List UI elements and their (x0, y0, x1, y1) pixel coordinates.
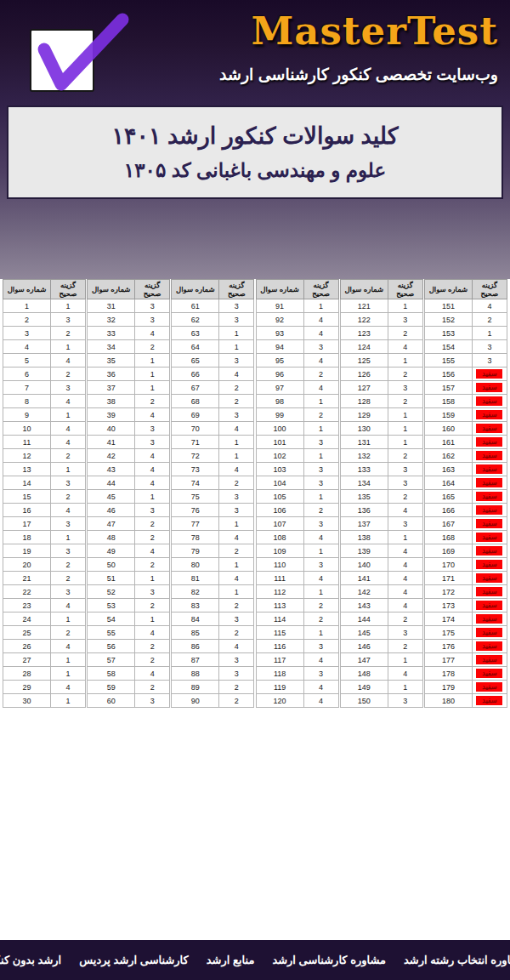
table-row: 623 (172, 313, 254, 327)
question-number-cell: 16 (3, 504, 51, 517)
answer-cell: 4 (303, 681, 338, 694)
question-number-cell: 23 (3, 599, 51, 612)
footer-link[interactable]: مشاوره کارشناسی ارشد (272, 954, 386, 966)
question-number-cell: 74 (172, 476, 219, 490)
answer-cell: سفید (472, 572, 507, 585)
table-row: 178سفید (424, 667, 507, 681)
question-number-cell: 143 (340, 599, 388, 612)
table-row: 1301 (340, 422, 422, 436)
question-number-cell: 7 (3, 381, 51, 395)
table-row: 1194 (256, 681, 338, 694)
table-row: 1163 (256, 640, 338, 653)
answer-cell: 3 (303, 517, 338, 531)
page-title-box: کلید سوالات کنکور ارشد ۱۴۰۱ علوم و مهندس… (7, 105, 503, 199)
answer-cell: 2 (219, 626, 254, 640)
question-number-cell: 136 (340, 504, 388, 517)
table-row: 1103 (256, 558, 338, 572)
table-row: 753 (172, 490, 254, 504)
table-row: 122 (3, 449, 86, 463)
answer-cell: 4 (51, 599, 86, 612)
answer-cell: 4 (219, 640, 254, 653)
question-number-cell: 89 (172, 681, 219, 694)
table-row: 1142 (256, 612, 338, 626)
question-number-cell: 106 (256, 504, 303, 517)
table-row: 223 (3, 585, 86, 599)
table-row: 523 (88, 585, 170, 599)
question-number-cell: 86 (172, 640, 219, 653)
question-number-cell: 152 (424, 313, 472, 327)
table-row: 592 (88, 681, 170, 694)
table-row: 143 (3, 476, 86, 490)
question-number-cell: 48 (88, 531, 135, 544)
footer-link[interactable]: منابع ارشد (207, 954, 255, 966)
table-row: 1273 (340, 381, 422, 395)
question-number-cell: 15 (3, 490, 51, 504)
question-number-cell: 79 (172, 544, 219, 558)
table-row: 532 (88, 599, 170, 612)
question-number-cell: 132 (340, 449, 388, 463)
table-row: 821 (172, 585, 254, 599)
question-number-cell: 31 (88, 299, 135, 313)
correct-option-header: گزینه صحیح (219, 280, 254, 299)
correct-option-header: گزینه صحیح (472, 280, 507, 299)
table-row: 424 (88, 449, 170, 463)
question-number-cell: 70 (172, 422, 219, 436)
question-number-cell: 138 (340, 531, 388, 544)
question-number-cell: 162 (424, 449, 472, 463)
answer-cell: سفید (472, 381, 507, 395)
question-number-cell: 99 (256, 408, 303, 422)
table-row: 413 (88, 436, 170, 449)
question-number-cell: 114 (256, 612, 303, 626)
footer-link[interactable]: مشاوره انتخاب رشته ارشد (404, 954, 510, 966)
question-number-cell: 34 (88, 340, 135, 354)
site-title[interactable]: MasterTest (251, 9, 498, 54)
answer-cell: 2 (51, 558, 86, 572)
table-header-row: شماره سوالگزینه صحیح (340, 280, 422, 299)
blank-answer-badge: سفید (476, 492, 502, 501)
blank-answer-badge: سفید (476, 396, 502, 406)
table-row: 641 (172, 340, 254, 354)
question-number-cell: 100 (256, 422, 303, 436)
answer-table: شماره سوالگزینه صحیح12111223123212441251… (340, 279, 423, 708)
table-row: 1151 (256, 626, 338, 640)
blank-answer-badge: سفید (476, 587, 502, 596)
answer-cell: سفید (472, 368, 507, 381)
answer-cell: 1 (135, 490, 170, 504)
table-row: 1471 (340, 653, 422, 667)
question-number-cell: 98 (256, 395, 303, 408)
blank-answer-badge: سفید (476, 696, 502, 705)
table-row: 323 (88, 313, 170, 327)
table-row: 664 (172, 368, 254, 381)
answer-cell: 3 (303, 667, 338, 681)
table-row: 554 (88, 626, 170, 640)
table-row: 382 (88, 395, 170, 408)
answer-cell: سفید (472, 490, 507, 504)
answer-cell: 1 (472, 327, 507, 340)
answer-cell: 2 (388, 327, 422, 340)
answer-cell: 3 (219, 354, 254, 368)
answer-cell: 2 (135, 653, 170, 667)
table-row: 1364 (340, 504, 422, 517)
question-number-cell: 10 (3, 422, 51, 436)
answer-cell: 1 (51, 463, 86, 476)
table-row: 1262 (340, 368, 422, 381)
question-number-cell: 104 (256, 476, 303, 490)
footer-link[interactable]: کارشناسی ارشد پردیس (79, 954, 189, 966)
question-number-cell: 133 (340, 463, 388, 476)
answer-cell: 3 (219, 490, 254, 504)
blank-answer-badge: سفید (476, 464, 502, 474)
question-number-cell: 30 (3, 694, 51, 708)
question-number-cell: 174 (424, 612, 472, 626)
answer-cell: 2 (388, 490, 422, 504)
table-row: 1183 (256, 667, 338, 681)
blank-answer-badge: سفید (476, 614, 502, 624)
question-number-cell: 179 (424, 681, 472, 694)
question-number-cell: 159 (424, 408, 472, 422)
question-number-cell: 43 (88, 463, 135, 476)
footer-link[interactable]: ارشد بدون کنکور (0, 954, 61, 966)
table-row: 494 (88, 544, 170, 558)
question-number-cell: 54 (88, 612, 135, 626)
answer-cell: 4 (388, 599, 422, 612)
blank-answer-badge: سفید (476, 533, 502, 542)
answer-cell: 1 (51, 340, 86, 354)
